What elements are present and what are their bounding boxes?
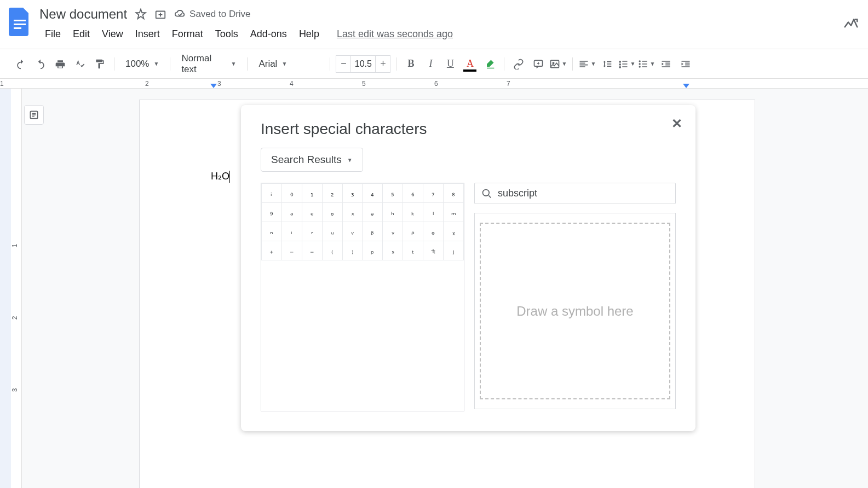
char-cell[interactable]: ₇ (423, 184, 444, 203)
document-title[interactable]: New document (39, 7, 127, 22)
char-cell[interactable]: ₔ (363, 203, 383, 222)
vruler-tick: 2 (11, 316, 19, 320)
char-cell[interactable]: ₌ (302, 241, 322, 260)
font-size-decrease[interactable]: − (336, 55, 351, 73)
char-cell[interactable]: ₘ (444, 203, 464, 222)
document-text: H₂O (211, 170, 230, 183)
draw-area[interactable]: Draw a symbol here (480, 223, 670, 399)
paint-format-button[interactable] (91, 55, 108, 73)
italic-button[interactable]: I (422, 55, 439, 73)
insert-link-button[interactable] (510, 55, 527, 73)
char-cell[interactable]: ₄ (363, 184, 383, 203)
char-cell[interactable]: ₀ (281, 184, 302, 203)
char-cell[interactable]: ₜ (403, 241, 423, 260)
menu-bar: File Edit View Insert Format Tools Add-o… (39, 26, 843, 42)
menu-insert[interactable]: Insert (130, 26, 165, 42)
char-cell[interactable]: ᵦ (363, 222, 383, 241)
underline-button[interactable]: U (441, 55, 459, 73)
left-gutter (0, 89, 11, 488)
highlight-button[interactable] (481, 55, 498, 73)
char-cell[interactable]: ₋ (281, 241, 302, 260)
char-cell[interactable]: ₁ (302, 184, 322, 203)
char-cell[interactable]: ₕ (383, 203, 403, 222)
font-size-input[interactable] (351, 55, 375, 73)
font-dropdown[interactable]: Arial▼ (253, 55, 324, 73)
char-cell[interactable]: ₓ (342, 203, 363, 222)
increase-indent-button[interactable] (677, 55, 694, 73)
saved-status: Saved to Drive (174, 8, 251, 20)
char-cell[interactable]: ₍ (322, 241, 342, 260)
print-button[interactable] (51, 55, 69, 73)
line-spacing-button[interactable] (598, 55, 616, 73)
char-cell[interactable]: ₚ (363, 241, 383, 260)
horizontal-ruler[interactable]: 1 2 3 4 5 6 7 (0, 79, 868, 89)
char-cell[interactable]: ᵢ (262, 184, 282, 203)
char-cell[interactable]: ᵤ (322, 222, 342, 241)
star-icon[interactable] (135, 8, 147, 20)
draw-panel[interactable]: Draw a symbol here (474, 213, 676, 409)
char-cell[interactable]: ₛ (383, 241, 403, 260)
last-edit-link[interactable]: Last edit was seconds ago (337, 28, 453, 40)
undo-button[interactable] (12, 55, 30, 73)
bullet-list-button[interactable]: ▼ (637, 55, 655, 73)
decrease-indent-button[interactable] (657, 55, 675, 73)
add-comment-button[interactable] (530, 55, 547, 73)
menu-format[interactable]: Format (166, 26, 209, 42)
menu-addons[interactable]: Add-ons (245, 26, 292, 42)
activity-icon[interactable] (843, 15, 859, 34)
redo-button[interactable] (32, 55, 49, 73)
char-cell[interactable]: ⱼ (444, 241, 464, 260)
char-cell[interactable]: ₐ (281, 203, 302, 222)
char-cell[interactable]: ₉ (262, 203, 282, 222)
svg-rect-2 (14, 27, 21, 29)
char-cell[interactable]: ₗ (423, 203, 444, 222)
char-cell[interactable]: ₈ (444, 184, 464, 203)
bold-button[interactable]: B (402, 55, 419, 73)
ruler-tick: 4 (290, 80, 294, 88)
char-cell[interactable]: ᵨ (403, 222, 423, 241)
vruler-tick: 1 (11, 244, 19, 248)
char-cell[interactable]: ₃ (342, 184, 363, 203)
zoom-dropdown[interactable]: 100%▼ (120, 55, 164, 73)
style-dropdown[interactable]: Normal text▼ (176, 55, 242, 73)
insert-image-button[interactable]: ▼ (549, 55, 567, 73)
align-button[interactable]: ▼ (578, 55, 596, 73)
char-cell[interactable]: ⨧ (423, 241, 444, 260)
char-cell[interactable]: ᵢ (281, 222, 302, 241)
char-cell[interactable]: ₖ (403, 203, 423, 222)
font-size-increase[interactable]: + (375, 55, 390, 73)
checklist-button[interactable]: ▼ (618, 55, 635, 73)
menu-view[interactable]: View (96, 26, 129, 42)
char-cell[interactable]: ₊ (262, 241, 282, 260)
char-cell[interactable]: ᵩ (423, 222, 444, 241)
char-cell[interactable]: ᵧ (383, 222, 403, 241)
search-box (474, 183, 676, 204)
vertical-ruler[interactable]: 1 2 3 (11, 89, 22, 488)
svg-point-8 (639, 63, 641, 65)
menu-help[interactable]: Help (294, 26, 325, 42)
search-input[interactable] (498, 188, 669, 199)
spellcheck-button[interactable] (71, 55, 89, 73)
menu-edit[interactable]: Edit (67, 26, 95, 42)
draw-hint: Draw a symbol here (516, 304, 633, 319)
char-cell[interactable]: ₙ (262, 222, 282, 241)
char-cell[interactable]: ₎ (342, 241, 363, 260)
menu-file[interactable]: File (39, 26, 66, 42)
close-icon[interactable]: ✕ (671, 116, 682, 131)
char-cell[interactable]: ₆ (403, 184, 423, 203)
char-cell[interactable]: ₅ (383, 184, 403, 203)
move-icon[interactable] (154, 8, 166, 20)
char-cell[interactable]: ᵪ (444, 222, 464, 241)
docs-logo-icon[interactable] (9, 8, 31, 36)
vruler-tick: 3 (11, 388, 19, 392)
outline-toggle-button[interactable] (24, 105, 44, 125)
ruler-tick: 5 (362, 80, 366, 88)
char-cell[interactable]: ₂ (322, 184, 342, 203)
char-cell[interactable]: ᵥ (342, 222, 363, 241)
char-cell[interactable]: ₒ (322, 203, 342, 222)
text-color-button[interactable]: A (461, 55, 479, 73)
char-cell[interactable]: ᵣ (302, 222, 322, 241)
menu-tools[interactable]: Tools (210, 26, 244, 42)
category-dropdown[interactable]: Search Results▼ (261, 148, 363, 172)
char-cell[interactable]: ₑ (302, 203, 322, 222)
